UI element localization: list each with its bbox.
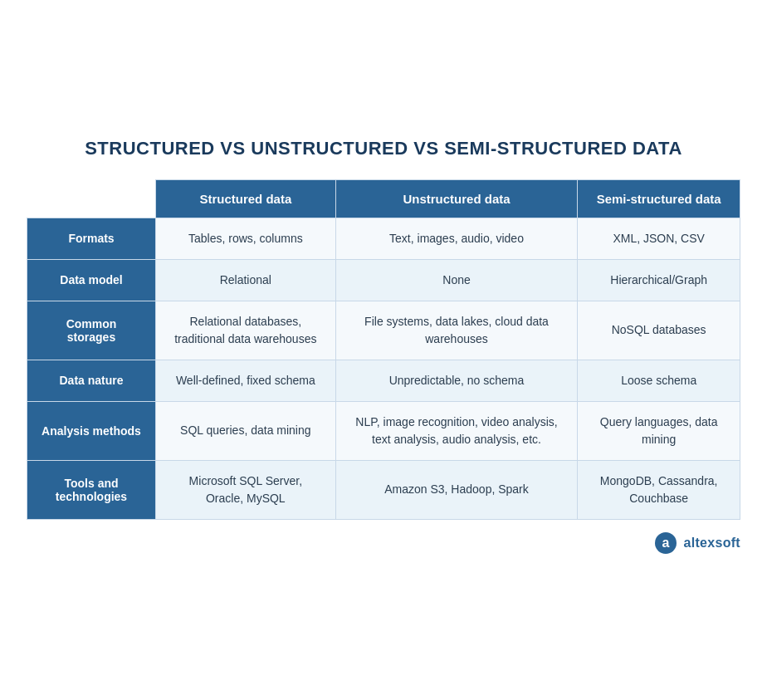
- col2-header: Unstructured data: [335, 179, 578, 218]
- data-cell-col2: Unpredictable, no schema: [335, 360, 578, 401]
- data-cell-col2: None: [335, 259, 578, 301]
- empty-header-cell: [27, 179, 156, 218]
- data-cell-col3: NoSQL databases: [578, 301, 740, 360]
- svg-text:a: a: [662, 536, 669, 550]
- row-header-cell: Data nature: [27, 360, 156, 401]
- data-cell-col1: Relational databases, traditional data w…: [156, 301, 336, 360]
- data-cell-col1: Microsoft SQL Server, Oracle, MySQL: [156, 460, 336, 519]
- table-row: Tools and technologiesMicrosoft SQL Serv…: [27, 460, 740, 519]
- data-cell-col3: MongoDB, Cassandra, Couchbase: [578, 460, 740, 519]
- main-container: STRUCTURED VS UNSTRUCTURED VS SEMI-STRUC…: [10, 121, 757, 580]
- comparison-table: Structured data Unstructured data Semi-s…: [27, 179, 740, 520]
- data-cell-col1: Well-defined, fixed schema: [156, 360, 336, 401]
- data-cell-col3: Loose schema: [578, 360, 740, 401]
- data-cell-col2: Amazon S3, Hadoop, Spark: [335, 460, 578, 519]
- data-cell-col3: Hierarchical/Graph: [578, 259, 740, 301]
- row-header-cell: Formats: [27, 218, 156, 259]
- page-title: STRUCTURED VS UNSTRUCTURED VS SEMI-STRUC…: [27, 138, 740, 159]
- row-header-cell: Common storages: [27, 301, 156, 360]
- brand-logo-icon: a: [654, 531, 677, 555]
- table-row: Data natureWell-defined, fixed schemaUnp…: [27, 360, 740, 401]
- data-cell-col1: Tables, rows, columns: [156, 218, 336, 259]
- table-row: FormatsTables, rows, columnsText, images…: [27, 218, 740, 259]
- data-cell-col1: Relational: [156, 259, 336, 301]
- data-cell-col2: Text, images, audio, video: [335, 218, 578, 259]
- col1-header: Structured data: [156, 179, 336, 218]
- data-cell-col3: Query languages, data mining: [578, 401, 740, 460]
- brand-name: altexsoft: [684, 536, 741, 551]
- table-row: Common storagesRelational databases, tra…: [27, 301, 740, 360]
- data-cell-col2: NLP, image recognition, video analysis, …: [335, 401, 578, 460]
- col3-header: Semi-structured data: [578, 179, 740, 218]
- data-cell-col2: File systems, data lakes, cloud data war…: [335, 301, 578, 360]
- header-row: Structured data Unstructured data Semi-s…: [27, 179, 740, 218]
- row-header-cell: Tools and technologies: [27, 460, 156, 519]
- row-header-cell: Analysis methods: [27, 401, 156, 460]
- data-cell-col1: SQL queries, data mining: [156, 401, 336, 460]
- row-header-cell: Data model: [27, 259, 156, 301]
- table-row: Analysis methodsSQL queries, data mining…: [27, 401, 740, 460]
- data-cell-col3: XML, JSON, CSV: [578, 218, 740, 259]
- branding: a altexsoft: [27, 531, 740, 555]
- table-row: Data modelRelationalNoneHierarchical/Gra…: [27, 259, 740, 301]
